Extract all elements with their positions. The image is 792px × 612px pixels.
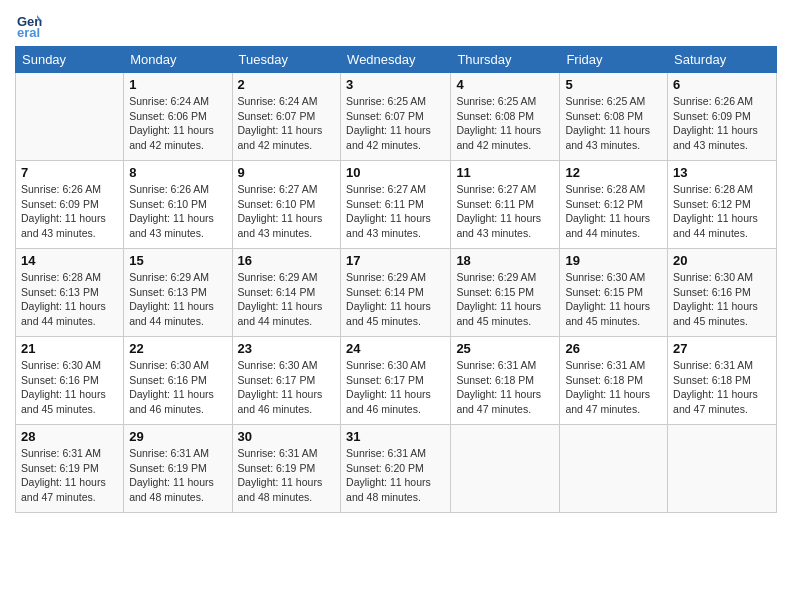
day-cell: 10Sunrise: 6:27 AM Sunset: 6:11 PM Dayli… — [341, 161, 451, 249]
day-number: 12 — [565, 165, 662, 180]
day-cell: 4Sunrise: 6:25 AM Sunset: 6:08 PM Daylig… — [451, 73, 560, 161]
day-number: 21 — [21, 341, 118, 356]
day-number: 5 — [565, 77, 662, 92]
day-header-tuesday: Tuesday — [232, 47, 341, 73]
day-number: 14 — [21, 253, 118, 268]
day-number: 28 — [21, 429, 118, 444]
day-cell: 21Sunrise: 6:30 AM Sunset: 6:16 PM Dayli… — [16, 337, 124, 425]
day-number: 6 — [673, 77, 771, 92]
day-info: Sunrise: 6:26 AM Sunset: 6:09 PM Dayligh… — [21, 182, 118, 241]
day-cell: 20Sunrise: 6:30 AM Sunset: 6:16 PM Dayli… — [668, 249, 777, 337]
logo: Gen eral — [15, 10, 47, 38]
day-info: Sunrise: 6:31 AM Sunset: 6:18 PM Dayligh… — [456, 358, 554, 417]
day-header-monday: Monday — [124, 47, 232, 73]
day-number: 22 — [129, 341, 226, 356]
day-cell: 15Sunrise: 6:29 AM Sunset: 6:13 PM Dayli… — [124, 249, 232, 337]
day-number: 29 — [129, 429, 226, 444]
day-info: Sunrise: 6:24 AM Sunset: 6:06 PM Dayligh… — [129, 94, 226, 153]
day-number: 8 — [129, 165, 226, 180]
day-number: 17 — [346, 253, 445, 268]
day-number: 3 — [346, 77, 445, 92]
day-cell: 18Sunrise: 6:29 AM Sunset: 6:15 PM Dayli… — [451, 249, 560, 337]
day-info: Sunrise: 6:31 AM Sunset: 6:20 PM Dayligh… — [346, 446, 445, 505]
day-number: 11 — [456, 165, 554, 180]
day-cell: 6Sunrise: 6:26 AM Sunset: 6:09 PM Daylig… — [668, 73, 777, 161]
day-cell: 28Sunrise: 6:31 AM Sunset: 6:19 PM Dayli… — [16, 425, 124, 513]
day-cell: 17Sunrise: 6:29 AM Sunset: 6:14 PM Dayli… — [341, 249, 451, 337]
day-info: Sunrise: 6:25 AM Sunset: 6:08 PM Dayligh… — [456, 94, 554, 153]
day-info: Sunrise: 6:31 AM Sunset: 6:19 PM Dayligh… — [21, 446, 118, 505]
days-header-row: SundayMondayTuesdayWednesdayThursdayFrid… — [16, 47, 777, 73]
day-cell — [668, 425, 777, 513]
day-cell: 25Sunrise: 6:31 AM Sunset: 6:18 PM Dayli… — [451, 337, 560, 425]
day-info: Sunrise: 6:27 AM Sunset: 6:10 PM Dayligh… — [238, 182, 336, 241]
day-info: Sunrise: 6:29 AM Sunset: 6:13 PM Dayligh… — [129, 270, 226, 329]
day-number: 10 — [346, 165, 445, 180]
day-cell: 9Sunrise: 6:27 AM Sunset: 6:10 PM Daylig… — [232, 161, 341, 249]
week-row-3: 14Sunrise: 6:28 AM Sunset: 6:13 PM Dayli… — [16, 249, 777, 337]
day-info: Sunrise: 6:30 AM Sunset: 6:15 PM Dayligh… — [565, 270, 662, 329]
day-info: Sunrise: 6:31 AM Sunset: 6:19 PM Dayligh… — [129, 446, 226, 505]
day-cell: 31Sunrise: 6:31 AM Sunset: 6:20 PM Dayli… — [341, 425, 451, 513]
day-info: Sunrise: 6:31 AM Sunset: 6:19 PM Dayligh… — [238, 446, 336, 505]
day-cell: 19Sunrise: 6:30 AM Sunset: 6:15 PM Dayli… — [560, 249, 668, 337]
day-info: Sunrise: 6:29 AM Sunset: 6:14 PM Dayligh… — [346, 270, 445, 329]
day-info: Sunrise: 6:30 AM Sunset: 6:17 PM Dayligh… — [346, 358, 445, 417]
day-cell: 14Sunrise: 6:28 AM Sunset: 6:13 PM Dayli… — [16, 249, 124, 337]
day-cell — [560, 425, 668, 513]
day-info: Sunrise: 6:29 AM Sunset: 6:15 PM Dayligh… — [456, 270, 554, 329]
day-info: Sunrise: 6:26 AM Sunset: 6:10 PM Dayligh… — [129, 182, 226, 241]
day-info: Sunrise: 6:27 AM Sunset: 6:11 PM Dayligh… — [346, 182, 445, 241]
day-number: 2 — [238, 77, 336, 92]
day-info: Sunrise: 6:30 AM Sunset: 6:16 PM Dayligh… — [21, 358, 118, 417]
day-cell: 22Sunrise: 6:30 AM Sunset: 6:16 PM Dayli… — [124, 337, 232, 425]
day-number: 30 — [238, 429, 336, 444]
day-info: Sunrise: 6:25 AM Sunset: 6:08 PM Dayligh… — [565, 94, 662, 153]
day-info: Sunrise: 6:27 AM Sunset: 6:11 PM Dayligh… — [456, 182, 554, 241]
day-number: 25 — [456, 341, 554, 356]
day-cell: 16Sunrise: 6:29 AM Sunset: 6:14 PM Dayli… — [232, 249, 341, 337]
day-number: 24 — [346, 341, 445, 356]
day-info: Sunrise: 6:30 AM Sunset: 6:17 PM Dayligh… — [238, 358, 336, 417]
day-info: Sunrise: 6:28 AM Sunset: 6:12 PM Dayligh… — [673, 182, 771, 241]
day-info: Sunrise: 6:30 AM Sunset: 6:16 PM Dayligh… — [673, 270, 771, 329]
day-number: 7 — [21, 165, 118, 180]
day-header-wednesday: Wednesday — [341, 47, 451, 73]
day-number: 18 — [456, 253, 554, 268]
calendar-table: SundayMondayTuesdayWednesdayThursdayFrid… — [15, 46, 777, 513]
day-cell: 11Sunrise: 6:27 AM Sunset: 6:11 PM Dayli… — [451, 161, 560, 249]
day-number: 13 — [673, 165, 771, 180]
day-cell — [451, 425, 560, 513]
day-number: 4 — [456, 77, 554, 92]
day-cell: 5Sunrise: 6:25 AM Sunset: 6:08 PM Daylig… — [560, 73, 668, 161]
day-number: 27 — [673, 341, 771, 356]
day-cell: 2Sunrise: 6:24 AM Sunset: 6:07 PM Daylig… — [232, 73, 341, 161]
day-cell — [16, 73, 124, 161]
day-info: Sunrise: 6:28 AM Sunset: 6:13 PM Dayligh… — [21, 270, 118, 329]
day-number: 16 — [238, 253, 336, 268]
day-info: Sunrise: 6:31 AM Sunset: 6:18 PM Dayligh… — [565, 358, 662, 417]
day-cell: 8Sunrise: 6:26 AM Sunset: 6:10 PM Daylig… — [124, 161, 232, 249]
day-cell: 30Sunrise: 6:31 AM Sunset: 6:19 PM Dayli… — [232, 425, 341, 513]
day-cell: 3Sunrise: 6:25 AM Sunset: 6:07 PM Daylig… — [341, 73, 451, 161]
page: Gen eral SundayMondayTuesdayWednesdayThu… — [0, 0, 792, 612]
day-header-sunday: Sunday — [16, 47, 124, 73]
logo-icon: Gen eral — [15, 10, 43, 38]
day-cell: 12Sunrise: 6:28 AM Sunset: 6:12 PM Dayli… — [560, 161, 668, 249]
day-number: 15 — [129, 253, 226, 268]
day-number: 26 — [565, 341, 662, 356]
day-info: Sunrise: 6:31 AM Sunset: 6:18 PM Dayligh… — [673, 358, 771, 417]
day-info: Sunrise: 6:25 AM Sunset: 6:07 PM Dayligh… — [346, 94, 445, 153]
day-cell: 26Sunrise: 6:31 AM Sunset: 6:18 PM Dayli… — [560, 337, 668, 425]
day-number: 19 — [565, 253, 662, 268]
day-header-friday: Friday — [560, 47, 668, 73]
day-cell: 27Sunrise: 6:31 AM Sunset: 6:18 PM Dayli… — [668, 337, 777, 425]
day-info: Sunrise: 6:29 AM Sunset: 6:14 PM Dayligh… — [238, 270, 336, 329]
day-cell: 29Sunrise: 6:31 AM Sunset: 6:19 PM Dayli… — [124, 425, 232, 513]
day-number: 9 — [238, 165, 336, 180]
week-row-5: 28Sunrise: 6:31 AM Sunset: 6:19 PM Dayli… — [16, 425, 777, 513]
day-number: 23 — [238, 341, 336, 356]
day-info: Sunrise: 6:28 AM Sunset: 6:12 PM Dayligh… — [565, 182, 662, 241]
day-header-thursday: Thursday — [451, 47, 560, 73]
day-cell: 13Sunrise: 6:28 AM Sunset: 6:12 PM Dayli… — [668, 161, 777, 249]
